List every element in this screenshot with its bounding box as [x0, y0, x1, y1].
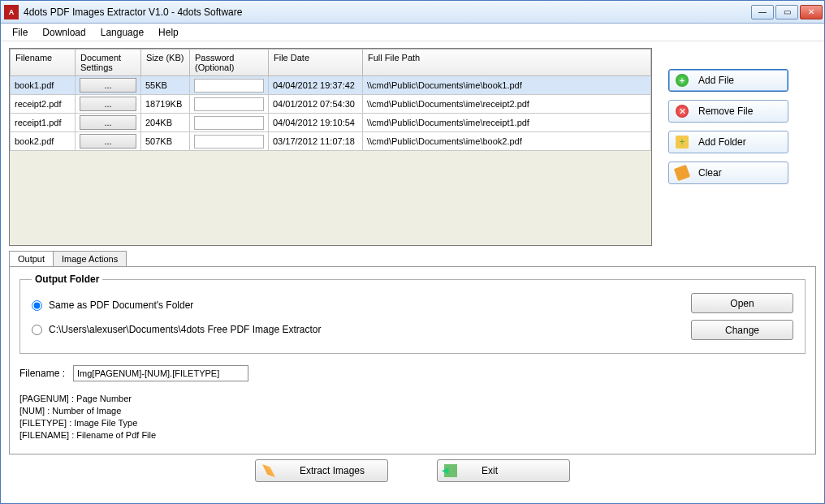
- cell-size[interactable]: 18719KB: [141, 95, 190, 114]
- cell-size[interactable]: 55KB: [141, 76, 190, 95]
- col-docsettings[interactable]: Document Settings: [76, 50, 141, 76]
- minimize-button[interactable]: —: [751, 5, 774, 19]
- table-row[interactable]: receipt1.pdf...204KB04/04/2012 19:10:54\…: [11, 114, 651, 132]
- cell-date[interactable]: 04/04/2012 19:10:54: [269, 114, 363, 132]
- exit-button[interactable]: Exit: [437, 459, 570, 482]
- remove-icon: ✕: [676, 105, 689, 118]
- exit-label: Exit: [482, 465, 498, 476]
- hint-num: [NUM] : Number of Image: [19, 405, 806, 417]
- app-icon: A: [4, 5, 19, 19]
- cell-date[interactable]: 03/17/2012 11:07:18: [269, 132, 363, 151]
- cell-docsettings: ...: [76, 76, 141, 95]
- cell-size[interactable]: 507KB: [141, 132, 190, 151]
- password-input[interactable]: [194, 116, 264, 130]
- col-filedate[interactable]: File Date: [269, 50, 363, 76]
- close-button[interactable]: ✕: [800, 5, 823, 19]
- col-fullpath[interactable]: Full File Path: [363, 50, 651, 76]
- col-password[interactable]: Password (Optional): [190, 50, 269, 76]
- clear-label: Clear: [698, 167, 722, 179]
- extract-images-button[interactable]: Extract Images: [255, 459, 388, 482]
- password-input[interactable]: [194, 135, 264, 149]
- cell-size[interactable]: 204KB: [141, 114, 190, 132]
- output-folder-legend: Output Folder: [32, 274, 102, 285]
- plus-icon: +: [676, 74, 689, 87]
- maximize-button[interactable]: ▭: [775, 5, 798, 19]
- table-row[interactable]: receipt2.pdf...18719KB04/01/2012 07:54:3…: [11, 95, 651, 114]
- cell-docsettings: ...: [76, 114, 141, 132]
- add-file-label: Add File: [698, 75, 734, 86]
- cell-password: [190, 76, 269, 95]
- remove-file-button[interactable]: ✕ Remove File: [668, 100, 788, 123]
- docsettings-button[interactable]: ...: [80, 134, 136, 149]
- hint-filetype: [FILETYPE] : Image File Type: [19, 417, 806, 429]
- cell-filename[interactable]: book2.pdf: [11, 132, 76, 151]
- add-file-button[interactable]: + Add File: [668, 69, 788, 92]
- table-row[interactable]: book2.pdf...507KB03/17/2012 11:07:18\\cm…: [11, 132, 651, 151]
- cell-filename[interactable]: book1.pdf: [11, 76, 76, 95]
- cell-path[interactable]: \\cmd\Public\Documents\ime\receipt2.pdf: [363, 95, 651, 114]
- tab-image-actions[interactable]: Image Actions: [53, 251, 127, 266]
- cell-password: [190, 95, 269, 114]
- radio-custom-folder-label: C:\Users\alexuser\Documents\4dots Free P…: [49, 324, 321, 335]
- extract-label: Extract Images: [300, 465, 365, 476]
- hint-filename: [FILENAME] : Filename of Pdf File: [19, 429, 806, 442]
- table-row[interactable]: book1.pdf...55KB04/04/2012 19:37:42\\cmd…: [11, 76, 651, 95]
- menubar: File Download Language Help: [1, 24, 824, 41]
- cell-path[interactable]: \\cmd\Public\Documents\ime\book2.pdf: [363, 132, 651, 151]
- add-folder-label: Add Folder: [698, 136, 746, 148]
- tab-output[interactable]: Output: [9, 251, 54, 266]
- radio-custom-folder[interactable]: [32, 325, 42, 335]
- clear-button[interactable]: Clear: [668, 162, 788, 184]
- open-folder-button[interactable]: Open: [691, 293, 793, 313]
- menu-language[interactable]: Language: [101, 27, 144, 38]
- eraser-icon: [674, 165, 691, 182]
- password-input[interactable]: [194, 79, 264, 93]
- change-folder-button[interactable]: Change: [691, 320, 793, 340]
- menu-help[interactable]: Help: [158, 27, 179, 38]
- filename-label: Filename :: [19, 368, 65, 379]
- cell-path[interactable]: \\cmd\Public\Documents\ime\receipt1.pdf: [363, 114, 651, 132]
- cell-date[interactable]: 04/04/2012 19:37:42: [269, 76, 363, 95]
- file-grid[interactable]: Filename Document Settings Size (KB) Pas…: [9, 48, 652, 246]
- titlebar: A 4dots PDF Images Extractor V1.0 - 4dot…: [1, 1, 824, 24]
- menu-file[interactable]: File: [12, 27, 28, 38]
- pattern-hints: [PAGENUM] : Page Number [NUM] : Number o…: [19, 393, 806, 441]
- remove-file-label: Remove File: [698, 106, 753, 117]
- output-folder-group: Output Folder Same as PDF Document's Fol…: [19, 274, 806, 354]
- docsettings-button[interactable]: ...: [80, 115, 136, 130]
- password-input[interactable]: [194, 97, 264, 111]
- cell-docsettings: ...: [76, 95, 141, 114]
- output-panel: Output Folder Same as PDF Document's Fol…: [9, 266, 816, 454]
- docsettings-button[interactable]: ...: [80, 97, 136, 111]
- filename-pattern-input[interactable]: [73, 365, 248, 381]
- col-size[interactable]: Size (KB): [141, 50, 190, 76]
- window-title: 4dots PDF Images Extractor V1.0 - 4dots …: [24, 6, 751, 18]
- cell-path[interactable]: \\cmd\Public\Documents\ime\book1.pdf: [363, 76, 651, 95]
- cell-filename[interactable]: receipt1.pdf: [11, 114, 76, 132]
- add-folder-button[interactable]: + Add Folder: [668, 131, 788, 153]
- hint-pagenum: [PAGENUM] : Page Number: [19, 393, 806, 405]
- radio-same-folder-label: Same as PDF Document's Folder: [49, 299, 193, 311]
- cell-filename[interactable]: receipt2.pdf: [11, 95, 76, 114]
- cell-password: [190, 114, 269, 132]
- folder-icon: +: [676, 136, 689, 149]
- docsettings-button[interactable]: ...: [80, 78, 136, 93]
- radio-same-folder[interactable]: [32, 300, 42, 311]
- col-filename[interactable]: Filename: [11, 50, 76, 76]
- app-window: A 4dots PDF Images Extractor V1.0 - 4dot…: [0, 0, 825, 504]
- extract-icon: [262, 464, 275, 477]
- cell-date[interactable]: 04/01/2012 07:54:30: [269, 95, 363, 114]
- tabs: Output Image Actions: [9, 251, 816, 266]
- menu-download[interactable]: Download: [42, 27, 85, 38]
- exit-icon: [444, 464, 457, 477]
- cell-docsettings: ...: [76, 132, 141, 151]
- cell-password: [190, 132, 269, 151]
